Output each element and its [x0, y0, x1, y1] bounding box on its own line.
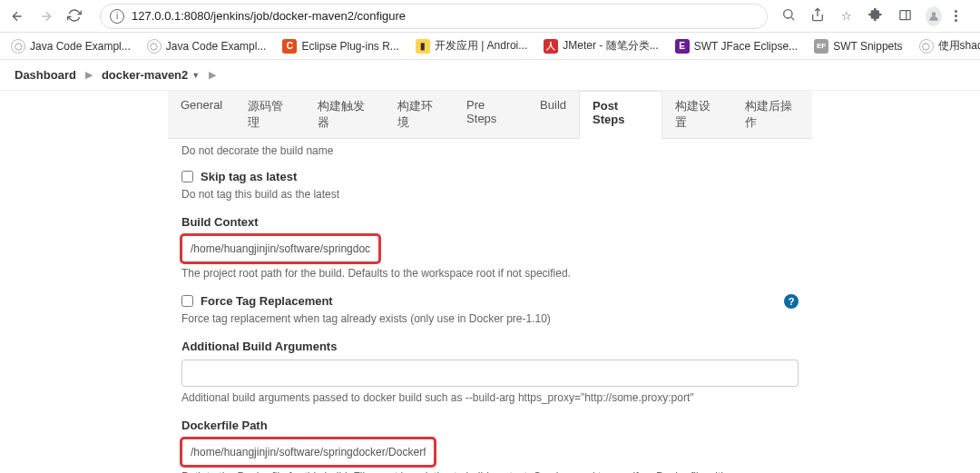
tab-build[interactable]: Build: [527, 91, 579, 138]
site-info-icon[interactable]: i: [110, 9, 124, 24]
force-tag-checkbox-row[interactable]: Force Tag Replacement: [181, 294, 799, 308]
tab-triggers[interactable]: 构建触发器: [305, 91, 385, 138]
bookmark-item[interactable]: ESWT JFace Eclipse...: [675, 39, 798, 54]
menu-icon[interactable]: [955, 10, 971, 22]
tab-postactions[interactable]: 构建后操作: [732, 91, 812, 138]
globe-icon: ◌: [147, 39, 162, 54]
additional-args-input[interactable]: [181, 360, 799, 387]
chevron-down-icon: ▼: [191, 71, 200, 80]
chevron-right-icon: ▶: [209, 69, 216, 81]
build-context-help: The project root path for the build. Def…: [181, 267, 799, 280]
skip-tag-checkbox[interactable]: [181, 171, 193, 182]
bookmark-item[interactable]: ▮开发应用 | Androi...: [416, 38, 527, 54]
favicon-icon: ▮: [416, 39, 430, 54]
bookmarks-bar: ◌Java Code Exampl... ◌Java Code Exampl..…: [0, 33, 980, 60]
favicon-icon: E: [675, 39, 690, 54]
tab-poststeps[interactable]: Post Steps: [579, 91, 662, 139]
build-context-label: Build Context: [181, 215, 799, 229]
force-tag-help: Force tag replacement when tag already e…: [181, 312, 799, 325]
skip-tag-help: Do not tag this build as the latest: [181, 188, 799, 201]
tab-env[interactable]: 构建环境: [385, 91, 454, 138]
build-context-section: Build Context The project root path for …: [181, 215, 799, 280]
bookmark-item[interactable]: CEclipse Plug-ins R...: [282, 39, 398, 54]
panel-icon[interactable]: [897, 8, 913, 25]
bookmark-item[interactable]: EFSWT Snippets: [814, 39, 902, 54]
favicon-icon: C: [282, 39, 297, 54]
back-button[interactable]: [9, 8, 25, 25]
profile-avatar[interactable]: [926, 6, 942, 26]
bookmark-item[interactable]: ◌Java Code Exampl...: [147, 39, 267, 54]
share-icon[interactable]: [809, 7, 826, 25]
toolbar-right-icons: ☆: [780, 6, 971, 26]
skip-tag-label: Skip tag as latest: [201, 170, 297, 183]
skip-tag-section: Skip tag as latest Do not tag this build…: [181, 170, 799, 201]
search-icon[interactable]: [780, 7, 797, 25]
favicon-icon: 人: [544, 39, 558, 54]
chevron-right-icon: ▶: [85, 69, 93, 81]
refresh-button[interactable]: [67, 8, 83, 25]
bookmark-item[interactable]: ◌使用shadowsocks...: [919, 38, 980, 54]
forward-button[interactable]: [38, 8, 54, 25]
extensions-icon[interactable]: [867, 7, 884, 25]
config-tabs: General 源码管理 构建触发器 构建环境 Pre Steps Build …: [168, 91, 812, 139]
breadcrumb: Dashboard ▶ docker-maven2 ▼ ▶: [0, 60, 980, 91]
dockerfile-input[interactable]: [181, 439, 435, 466]
force-tag-section: ? Force Tag Replacement Force tag replac…: [181, 294, 799, 325]
dockerfile-label: Dockerfile Path: [181, 419, 799, 432]
tab-general[interactable]: General: [168, 91, 235, 138]
globe-icon: ◌: [919, 39, 934, 54]
tab-presteps[interactable]: Pre Steps: [454, 91, 527, 138]
svg-point-3: [932, 12, 936, 16]
tab-scm[interactable]: 源码管理: [235, 91, 304, 138]
breadcrumb-job[interactable]: docker-maven2 ▼: [102, 68, 200, 82]
additional-args-section: Additional Build Arguments Additional bu…: [181, 340, 799, 404]
address-bar[interactable]: i 127.0.0.1:8080/jenkins/job/docker-mave…: [100, 4, 768, 29]
svg-rect-1: [899, 10, 909, 19]
browser-toolbar: i 127.0.0.1:8080/jenkins/job/docker-mave…: [0, 0, 980, 33]
svg-point-0: [784, 10, 792, 18]
breadcrumb-dashboard[interactable]: Dashboard: [15, 68, 76, 82]
force-tag-checkbox[interactable]: [181, 295, 193, 307]
url-text: 127.0.0.1:8080/jenkins/job/docker-maven2…: [132, 9, 406, 23]
form-area: Do not decorate the build name Skip tag …: [0, 139, 980, 473]
tab-settings[interactable]: 构建设置: [662, 91, 731, 138]
star-icon[interactable]: ☆: [838, 9, 855, 23]
additional-args-label: Additional Build Arguments: [181, 340, 799, 353]
additional-args-help: Additional build arguments passed to doc…: [181, 391, 799, 404]
favicon-icon: EF: [814, 39, 828, 54]
bookmark-item[interactable]: 人JMeter - 随笔分类...: [544, 38, 658, 54]
dockerfile-section: Dockerfile Path Path to the Dockerfile f…: [181, 419, 799, 473]
globe-icon: ◌: [11, 39, 25, 54]
skip-tag-checkbox-row[interactable]: Skip tag as latest: [181, 170, 799, 183]
force-tag-label: Force Tag Replacement: [201, 294, 333, 308]
help-icon[interactable]: ?: [784, 294, 799, 309]
bookmark-item[interactable]: ◌Java Code Exampl...: [11, 39, 131, 54]
build-context-input[interactable]: [181, 235, 379, 262]
skip-decorate-help: Do not decorate the build name: [181, 144, 799, 157]
